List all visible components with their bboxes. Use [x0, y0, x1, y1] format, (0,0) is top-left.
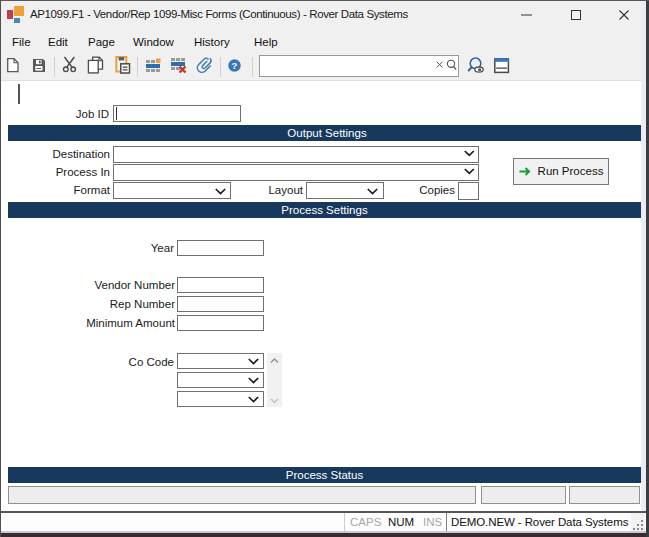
svg-text:?: ? — [232, 60, 238, 71]
